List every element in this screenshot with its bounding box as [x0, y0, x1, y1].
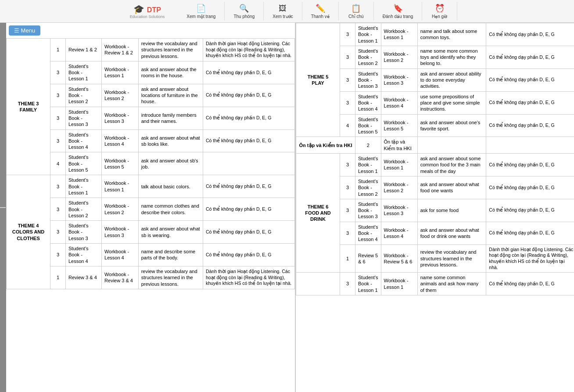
- draw-icon: ✏️: [316, 4, 325, 13]
- toolbar-thanh-ve[interactable]: ✏️ Thanh về: [302, 2, 339, 21]
- note-icon: 📋: [351, 4, 361, 13]
- timer-icon: ⏰: [435, 4, 445, 13]
- zoom-icon: 🔍: [239, 4, 249, 13]
- objective-cell: review the vocabulary and structures lea…: [138, 39, 203, 61]
- left-curriculum-table: THEME 3FAMILY 1 Review 1 & 2 Workbook - …: [6, 38, 295, 289]
- logo-text: 🎓 DTP: [133, 4, 161, 14]
- workbook-cell: Workbook - Review 1 & 2: [102, 39, 139, 61]
- toolbar-thu-phong[interactable]: 🔍 Thu phóng: [225, 2, 264, 21]
- student-book-cell: Review 1 & 2: [66, 39, 102, 61]
- table-row: Ôn tập và Kiểm tra HKI 2 Ôn tập và Kiểm …: [296, 137, 574, 154]
- theme3-cell: THEME 3FAMILY: [7, 39, 50, 175]
- left-toggle[interactable]: |: [0, 23, 6, 392]
- table-row: THEME 5PLAY 3 Student's Book - Lesson 1 …: [296, 23, 574, 46]
- bookmark-icon: 🔖: [393, 4, 403, 13]
- menu-button[interactable]: ☰ Menu: [9, 25, 40, 36]
- thanh-ve-label: Thanh về: [311, 14, 330, 19]
- toolbar-chi-chu[interactable]: 📋 Chỉ chú: [339, 2, 374, 21]
- toolbar-xem-truoc[interactable]: 🖼 Xem trước: [264, 2, 302, 21]
- thu-phong-label: Thu phóng: [233, 14, 255, 19]
- periods-cell: 1: [50, 39, 66, 61]
- theme6-cell: THEME 6FOOD ANDDRINK: [296, 154, 340, 273]
- logo: 🎓 DTP Education Solutions: [117, 2, 178, 21]
- main-content: | ☰ Menu THEME 3FAMILY 1 Review 1 & 2 Wo…: [0, 23, 574, 392]
- xem-truoc-label: Xem trước: [273, 14, 293, 19]
- toolbar: 🎓 DTP Education Solutions 📄 Xem một tran…: [0, 0, 574, 23]
- left-table-panel: ☰ Menu THEME 3FAMILY 1 Review 1 & 2 Work…: [6, 23, 296, 392]
- toolbar-xem-mot-trang[interactable]: 📄 Xem một trang: [178, 2, 225, 21]
- note-cell: Dành thời gian Hoạt động Listening. Các …: [203, 39, 294, 61]
- xem-mot-trang-label: Xem một trang: [187, 14, 215, 19]
- theme5-cell: THEME 5PLAY: [296, 23, 340, 137]
- toolbar-hen-gio[interactable]: ⏰ Hẹn giờ: [422, 2, 457, 21]
- preview-icon: 🖼: [279, 4, 287, 13]
- table-row: THEME 6FOOD ANDDRINK 3 Student's Book - …: [296, 154, 574, 176]
- theme7-cell: [296, 273, 340, 295]
- right-table-panel: THEME 5PLAY 3 Student's Book - Lesson 1 …: [296, 23, 574, 392]
- table-row: THEME 3FAMILY 1 Review 1 & 2 Workbook - …: [7, 39, 295, 61]
- review-hki-cell: Ôn tập và Kiểm tra HKI: [296, 137, 355, 154]
- hen-gio-label: Hẹn giờ: [432, 14, 447, 19]
- toolbar-danh-dau-trang[interactable]: 🔖 Đánh dấu trang: [374, 2, 422, 21]
- table-row: 3 Student's Book - Lesson 1 Workbook - L…: [296, 273, 574, 295]
- table-row: THEME 4COLORS ANDCLOTHES 3 Student's Boo…: [7, 175, 295, 198]
- chi-chu-label: Chỉ chú: [348, 14, 364, 19]
- theme4-cell: THEME 4COLORS ANDCLOTHES: [7, 175, 50, 289]
- page-icon: 📄: [196, 4, 206, 13]
- logo-subtitle: Education Solutions: [130, 14, 165, 19]
- danh-dau-trang-label: Đánh dấu trang: [383, 14, 413, 19]
- right-curriculum-table: THEME 5PLAY 3 Student's Book - Lesson 1 …: [296, 23, 574, 295]
